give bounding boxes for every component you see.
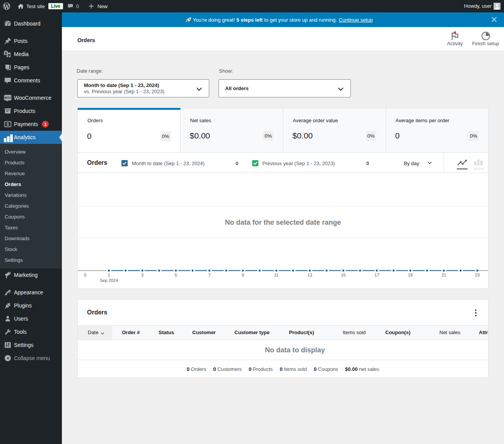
svg-text:19: 19	[408, 273, 413, 277]
svg-text:3: 3	[141, 273, 144, 277]
svg-text:WOO: WOO	[4, 96, 11, 99]
svg-text:$: $	[7, 122, 9, 126]
svg-text:5: 5	[175, 273, 177, 277]
svg-text:Sep 2024: Sep 2024	[100, 278, 118, 283]
svg-text:11: 11	[274, 273, 278, 277]
svg-text:21: 21	[441, 273, 446, 277]
svg-text:9: 9	[242, 273, 244, 277]
svg-text:7: 7	[208, 273, 210, 277]
svg-text:1: 1	[108, 273, 110, 277]
svg-text:23: 23	[475, 273, 480, 277]
svg-text:0: 0	[84, 273, 86, 277]
svg-text:13: 13	[308, 273, 312, 277]
svg-text:15: 15	[341, 273, 346, 277]
svg-text:17: 17	[374, 273, 379, 277]
